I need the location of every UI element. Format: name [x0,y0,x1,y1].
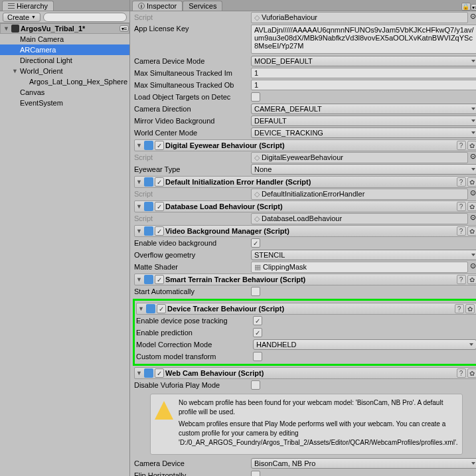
webcam-info-box: No webcam profile has been found for you… [150,394,463,455]
object-picker-icon[interactable]: ⊙ [468,262,476,273]
foldout-arrow-icon[interactable]: ▼ [136,179,143,185]
tree-item-main-camera[interactable]: Main Camera [0,34,129,44]
gear-icon[interactable]: ✿ [467,368,476,378]
model-correction-dropdown[interactable]: HANDHELD [253,339,476,350]
gear-icon[interactable]: ✿ [467,177,476,187]
label: Script [134,214,248,222]
gear-icon[interactable]: ✿ [465,304,475,313]
component-enable-checkbox[interactable]: ✓ [155,177,164,187]
tree-item-world-orient[interactable]: ▼ World_Orient [0,66,129,76]
enable-prediction-checkbox[interactable]: ✓ [253,328,262,337]
component-header-webcam[interactable]: ▼ ✓ Web Cam Behaviour (Script) ? ✿ [134,367,476,379]
help-icon[interactable]: ? [457,368,466,378]
script-icon [144,141,153,150]
help-icon[interactable]: ? [457,226,466,236]
inspector-icon: i [138,3,145,9]
warning-icon [155,401,173,420]
foldout-arrow-icon[interactable]: ▼ [138,305,145,312]
component-enable-checkbox[interactable]: ✓ [155,275,164,284]
component-enable-checkbox[interactable]: ✓ [155,368,164,378]
tab-label: Hierarchy [17,2,48,10]
foldout-arrow-icon[interactable]: ▼ [136,203,143,210]
object-picker-icon[interactable]: ⊙ [468,152,476,163]
gear-icon[interactable]: ✿ [467,202,476,211]
tree-item-canvas[interactable]: Canvas [0,87,129,98]
world-center-dropdown[interactable]: DEVICE_TRACKING [251,127,476,138]
component-header-smart-terrain[interactable]: ▼ ✓ Smart Terrain Tracker Behaviour (Scr… [134,274,476,285]
camera-device-mode-dropdown[interactable]: MODE_DEFAULT [251,56,476,66]
label: Eyewear Type [134,165,248,173]
help-icon[interactable]: ? [457,202,466,211]
gear-icon[interactable]: ✿ [467,275,476,284]
max-sim-obj-input[interactable] [251,80,476,90]
script-field: ◇ DigitalEyewearBehaviour [251,152,468,163]
max-sim-img-input[interactable] [251,68,476,78]
label: Enable prediction [136,329,250,337]
tree-item-argos-sphere[interactable]: Argos_Lat_Long_Hex_Sphere [0,76,129,87]
label: Max Simultaneous Tracked Ob [134,81,248,89]
tab-hierarchy[interactable]: Hierarchy [2,1,54,11]
flip-horizontal-checkbox[interactable] [251,471,260,476]
foldout-arrow-icon[interactable]: ▼ [136,142,143,149]
help-icon[interactable]: ? [455,304,464,313]
start-auto-checkbox[interactable] [251,287,260,296]
load-obj-checkbox[interactable] [251,92,260,102]
component-header-video-bg[interactable]: ▼ ✓ Video Background Manager (Script) ? … [134,225,476,237]
object-picker-icon[interactable]: ⊙ [468,213,476,224]
gear-icon[interactable]: ✿ [467,141,476,150]
component-header-default-init[interactable]: ▼ ✓ Default Initialization Error Handler… [134,176,476,188]
hierarchy-tree[interactable]: ▼ ArgosVu_Tribal_1* ▾≡ Main Camera ARCam… [0,23,129,476]
inspector-body[interactable]: Script ◇ VuforiaBehaviour⊙ App License K… [130,11,476,476]
expand-arrow-icon[interactable]: ▼ [3,25,10,32]
component-enable-checkbox[interactable]: ✓ [155,202,164,211]
camera-device-dropdown[interactable]: BisonCam, NB Pro [251,458,476,469]
label: Script [134,13,248,21]
component-header-digital-eyewear[interactable]: ▼ ✓ Digital Eyewear Behaviour (Script) ?… [134,139,476,151]
unity-logo-icon [11,25,19,33]
overflow-geometry-dropdown[interactable]: STENCIL [251,250,476,260]
mirror-dropdown[interactable]: DEFAULT [251,116,476,126]
script-icon [144,177,153,187]
component-enable-checkbox[interactable]: ✓ [155,141,164,150]
hierarchy-search-input[interactable] [43,13,127,22]
script-icon [144,202,153,211]
label: Flip Horizontally [134,471,248,476]
disable-vuforia-checkbox[interactable] [251,380,260,390]
tree-root[interactable]: ▼ ArgosVu_Tribal_1* ▾≡ [0,23,129,34]
component-enable-checkbox[interactable]: ✓ [157,304,166,313]
tree-item-arcamera[interactable]: ARCamera [0,44,129,55]
help-icon[interactable]: ? [457,177,466,187]
script-icon [144,275,153,284]
tab-services[interactable]: Services [183,1,222,11]
component-header-database-load[interactable]: ▼ ✓ Database Load Behaviour (Script) ? ✿ [134,200,476,212]
object-picker-icon[interactable]: ⊙ [468,189,476,200]
help-icon[interactable]: ? [457,141,466,150]
tree-item-directional-light[interactable]: Directional Light [0,55,129,66]
script-field: ◇ DefaultInitializationErrorHandler [251,189,468,200]
label: Camera Device Mode [134,57,248,65]
label: Enable video background [134,239,248,247]
foldout-arrow-icon[interactable]: ▼ [136,370,143,376]
tree-item-eventsystem[interactable]: EventSystem [0,98,129,108]
custom-model-checkbox[interactable] [253,352,262,361]
enable-pose-checkbox[interactable]: ✓ [253,316,262,325]
label: Start Automatically [134,287,248,295]
foldout-arrow-icon[interactable]: ▼ [136,228,143,234]
object-picker-icon[interactable]: ⊙ [468,12,476,23]
camera-direction-dropdown[interactable]: CAMERA_DEFAULT [251,104,476,114]
tab-inspector[interactable]: i Inspector [132,1,183,11]
help-icon[interactable]: ? [457,275,466,284]
license-key-input[interactable] [251,25,476,54]
lock-icon[interactable]: 🔒 [461,3,471,11]
eyewear-type-dropdown[interactable]: None [251,164,476,175]
expand-arrow-icon[interactable]: ▼ [12,68,19,74]
enable-video-bg-checkbox[interactable]: ✓ [251,238,260,248]
panel-menu-button[interactable]: ▾≡ [471,4,476,11]
create-button[interactable]: Create ▼ [3,13,40,22]
scene-menu-button[interactable]: ▾≡ [119,25,129,32]
gear-icon[interactable]: ✿ [467,226,476,236]
matte-shader-field[interactable]: ▦ ClippingMask [251,262,468,273]
foldout-arrow-icon[interactable]: ▼ [136,276,143,283]
component-enable-checkbox[interactable]: ✓ [155,226,164,236]
component-header-device-tracker[interactable]: ▼ ✓ Device Tracker Behaviour (Script) ? … [136,303,476,315]
